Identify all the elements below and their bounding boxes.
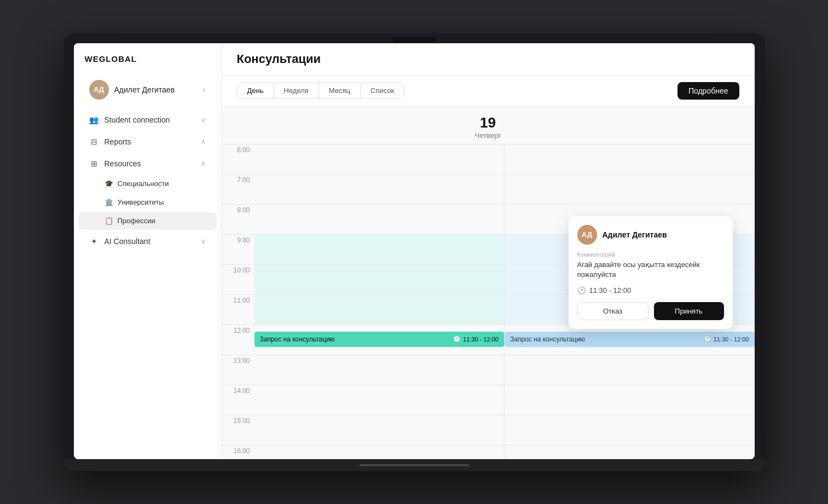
popup-comment-text: Агай давайте осы уақытта кездесейк пожал… (577, 260, 724, 280)
date-day: Четверг (222, 131, 755, 140)
user-name: Адилет Дегитаев (114, 85, 203, 94)
chevron-right-icon: › (203, 85, 206, 94)
slot-col (254, 385, 505, 415)
time-label-700: 7:00 (222, 175, 254, 183)
slot-col (254, 235, 505, 264)
sidebar-item-ai-consultant[interactable]: ✦ AI Consultant ∨ (78, 231, 217, 252)
chevron-up-icon: ∧ (201, 138, 206, 146)
time-row-700: 7:00 (222, 174, 755, 204)
time-label-1200: 12:00 (222, 325, 254, 334)
time-row-1200: 12:00 Запрос на консультацию 🕐 11:30 - 1… (222, 325, 755, 355)
tab-day[interactable]: День (238, 83, 274, 98)
resources-icon: ⊞ (89, 159, 99, 169)
date-header: 19 Четверг (222, 107, 755, 144)
popup-time-value: 11:30 - 12:00 (589, 286, 632, 294)
tab-list[interactable]: Список (361, 83, 404, 98)
tab-week[interactable]: Неделя (274, 83, 319, 98)
chevron-down-icon: ∨ (201, 116, 206, 124)
popup-header: АД Адилет Дегитаев (577, 225, 724, 245)
time-row-1400: 14:00 (222, 385, 755, 415)
slot-col (254, 265, 505, 294)
student-connection-icon: 👥 (89, 115, 99, 125)
slot-col (504, 415, 755, 445)
sidebar-label-resources: Resources (105, 159, 201, 168)
slot-col (504, 144, 755, 174)
consultation-popup: АД Адилет Дегитаев Комментарий Агай дава… (569, 216, 733, 329)
accept-button[interactable]: Принять (654, 302, 724, 320)
slot-col (504, 385, 755, 415)
professions-icon: 📋 (105, 217, 113, 225)
slot-col (504, 355, 755, 385)
chevron-up-icon-resources: ∧ (201, 160, 206, 167)
ai-consultant-icon: ✦ (89, 236, 99, 246)
calendar-body[interactable]: 19 Четверг 6:00 7:00 (222, 107, 755, 459)
slot-col (254, 445, 505, 459)
date-number: 19 (222, 114, 755, 131)
time-label-900: 9:00 (222, 235, 254, 244)
time-label-1600: 16:00 (222, 445, 254, 454)
clock-icon: 🕐 (453, 335, 461, 343)
slot-col (504, 175, 755, 204)
tab-month[interactable]: Месяц (319, 83, 361, 98)
event-time-1: 🕐 11:30 - 12:00 (453, 335, 499, 343)
popup-user-name: Адилет Дегитаев (603, 230, 667, 239)
time-label-1300: 13:00 (222, 355, 254, 364)
sidebar-item-reports[interactable]: ⊟ Reports ∧ (78, 131, 217, 152)
reject-button[interactable]: Отказ (577, 302, 648, 320)
event-bar-green[interactable]: Запрос на консультацию 🕐 11:30 - 12:00 (254, 332, 505, 347)
main-content: Консультации День Неделя Месяц Список По… (222, 43, 755, 459)
user-profile[interactable]: АД Адилет Дегитаев › (78, 74, 217, 105)
page-title: Консультации (237, 52, 321, 66)
calendar-toolbar: День Неделя Месяц Список Подробнее (222, 76, 755, 107)
slot-col-event2: Запрос на консультацию 🕐 11:30 - 12:00 (504, 325, 755, 355)
event-label-1: Запрос на консультацию (260, 335, 335, 343)
slot-col (254, 205, 505, 234)
sidebar-item-specialties[interactable]: 🎓 Специальности (78, 175, 217, 193)
popup-time: 🕐 11:30 - 12:00 (577, 286, 724, 294)
chevron-down-icon-ai: ∨ (201, 237, 206, 245)
sidebar: WEGLOBAL АД Адилет Дегитаев › 👥 Student … (74, 43, 222, 459)
slot-col (254, 355, 505, 385)
time-label-1500: 15:00 (222, 415, 254, 424)
time-row-600: 6:00 (222, 144, 755, 174)
sidebar-item-universities[interactable]: 🏛️ Университеты (78, 194, 217, 211)
clock-icon-2: 🕐 (704, 335, 711, 343)
slot-col (254, 295, 505, 325)
time-label-1100: 11:00 (222, 295, 254, 304)
slot-col (254, 175, 505, 204)
clock-icon-popup: 🕐 (577, 286, 586, 294)
reports-icon: ⊟ (89, 137, 99, 147)
popup-comment-label: Комментарий (577, 251, 724, 258)
event-label-2: Запрос на консультацию (510, 335, 585, 343)
sidebar-label-universities: Университеты (118, 198, 164, 206)
specialties-icon: 🎓 (105, 179, 113, 188)
slot-col (254, 144, 505, 174)
time-label-1000: 10:00 (222, 265, 254, 274)
main-header: Консультации (222, 43, 755, 76)
time-row-1300: 13:00 (222, 355, 755, 385)
time-row-1600: 16:00 (222, 445, 755, 459)
sidebar-item-resources[interactable]: ⊞ Resources ∧ (78, 153, 217, 174)
slot-col (254, 415, 505, 445)
avatar: АД (89, 80, 109, 100)
sidebar-label-student-connection: Student connection (105, 115, 201, 124)
slot-col-event1: Запрос на консультацию 🕐 11:30 - 12:00 (254, 325, 505, 355)
detail-button[interactable]: Подробнее (678, 82, 739, 100)
sidebar-item-professions[interactable]: 📋 Профессии (78, 212, 217, 230)
view-tabs: День Неделя Месяц Список (237, 83, 405, 99)
sidebar-label-professions: Профессии (118, 217, 155, 225)
time-label-800: 8:00 (222, 205, 254, 213)
sidebar-label-ai-consultant: AI Consultant (105, 237, 201, 246)
sidebar-label-reports: Reports (105, 137, 201, 146)
popup-avatar: АД (577, 225, 597, 245)
sidebar-item-student-connection[interactable]: 👥 Student connection ∨ (78, 109, 217, 130)
event-bar-blue[interactable]: Запрос на консультацию 🕐 11:30 - 12:00 (505, 332, 755, 347)
slot-col (504, 445, 755, 459)
logo: WEGLOBAL (74, 54, 221, 74)
universities-icon: 🏛️ (105, 198, 113, 207)
popup-actions: Отказ Принять (577, 302, 724, 320)
time-row-1500: 15:00 (222, 415, 755, 445)
sidebar-label-specialties: Специальности (118, 179, 169, 188)
event-time-2: 🕐 11:30 - 12:00 (704, 335, 749, 343)
time-label-600: 6:00 (222, 144, 254, 153)
